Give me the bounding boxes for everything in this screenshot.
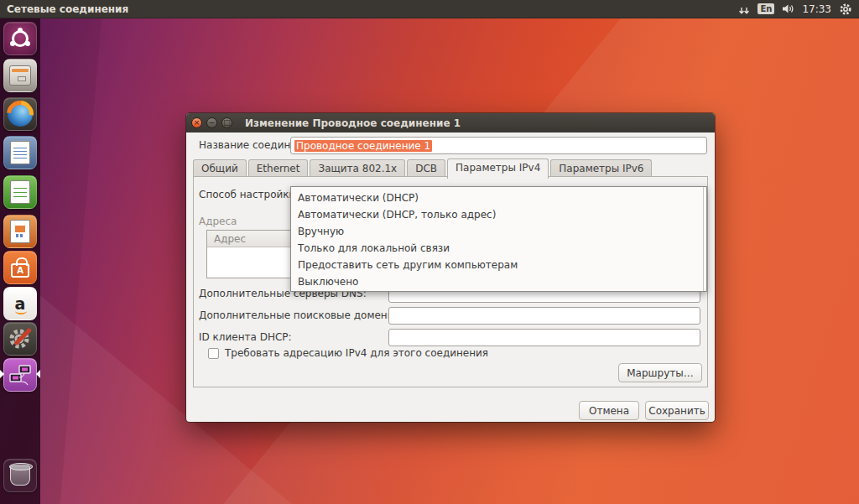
require-ipv4-label[interactable]: Требовать адресацию IPv4 для этого соеди… bbox=[225, 347, 488, 359]
dialog-titlebar[interactable]: × − □ Изменение Проводное соединение 1 bbox=[186, 113, 715, 132]
files-icon[interactable] bbox=[3, 59, 37, 92]
amazon-letter-icon: a bbox=[15, 296, 26, 311]
system-settings-icon[interactable] bbox=[3, 322, 37, 356]
software-center-icon[interactable]: A bbox=[3, 251, 37, 284]
firefox-icon[interactable] bbox=[3, 97, 37, 131]
routes-button[interactable]: Маршруты… bbox=[618, 363, 702, 382]
close-window-button[interactable]: × bbox=[191, 117, 202, 128]
addresses-label: Адреса bbox=[199, 216, 237, 227]
clock[interactable]: 17:33 bbox=[802, 3, 831, 15]
amazon-icon[interactable]: a bbox=[3, 287, 37, 320]
dash-icon[interactable] bbox=[3, 22, 37, 55]
trash-bin-icon bbox=[10, 465, 30, 486]
document-icon bbox=[10, 141, 30, 164]
firefox-globe-icon bbox=[8, 101, 33, 127]
ubuntu-logo-icon bbox=[12, 30, 29, 47]
dhcp-client-id-label: ID клиента DHCP: bbox=[199, 331, 292, 343]
method-dropdown-menu: Автоматически (DHCP) Автоматически (DHCP… bbox=[290, 186, 707, 292]
require-ipv4-checkbox[interactable] bbox=[208, 348, 219, 359]
method-label: Способ настройки: bbox=[199, 189, 299, 200]
libreoffice-impress-icon[interactable] bbox=[3, 215, 37, 248]
file-cabinet-icon bbox=[9, 65, 31, 86]
selected-text: Проводное соединение 1 bbox=[294, 140, 432, 152]
dialog-actions: Отмена Сохранить bbox=[579, 401, 709, 420]
save-button[interactable]: Сохранить bbox=[645, 401, 709, 420]
dropdown-option-auto-dhcp-addresses-only[interactable]: Автоматически (DHCP, только адрес) bbox=[291, 206, 706, 223]
connection-name-input[interactable]: Проводное соединение 1 bbox=[290, 137, 707, 154]
dropdown-option-disabled[interactable]: Выключено bbox=[291, 273, 706, 290]
trash-icon[interactable] bbox=[3, 459, 37, 492]
tab-ipv4-settings[interactable]: Параметры IPv4 bbox=[447, 158, 549, 179]
network-connections-icon[interactable] bbox=[3, 358, 37, 392]
active-window-title: Сетевые соединения bbox=[7, 3, 738, 15]
spreadsheet-icon bbox=[10, 180, 30, 204]
dropdown-option-auto-dhcp[interactable]: Автоматически (DHCP) bbox=[291, 190, 706, 206]
search-domains-label: Дополнительные поисковые домены: bbox=[199, 309, 398, 321]
dialog-title: Изменение Проводное соединение 1 bbox=[245, 117, 461, 129]
keyboard-layout-badge[interactable]: En bbox=[757, 3, 774, 14]
running-app-arrow bbox=[0, 370, 4, 378]
dhcp-client-id-input[interactable] bbox=[388, 329, 700, 346]
session-gear-icon[interactable] bbox=[839, 3, 852, 16]
network-arrows-icon[interactable] bbox=[738, 3, 750, 15]
require-ipv4-row: Требовать адресацию IPv4 для этого соеди… bbox=[208, 347, 488, 359]
presentation-icon bbox=[10, 220, 30, 243]
dropdown-option-link-local[interactable]: Только для локальной связи bbox=[291, 240, 706, 257]
volume-icon[interactable] bbox=[782, 3, 794, 14]
launcher: A a bbox=[0, 18, 40, 504]
maximize-window-button[interactable]: □ bbox=[221, 117, 232, 128]
minimize-window-button[interactable]: − bbox=[206, 117, 217, 128]
focused-app-arrow bbox=[36, 370, 40, 378]
search-domains-input[interactable] bbox=[388, 307, 700, 325]
libreoffice-calc-icon[interactable] bbox=[3, 175, 37, 209]
desktop: Сетевые соединения En 17:33 bbox=[0, 0, 859, 504]
libreoffice-writer-icon[interactable] bbox=[3, 136, 37, 169]
system-tray: En 17:33 bbox=[738, 3, 852, 16]
dropdown-option-shared[interactable]: Предоставить сеть другим компьютерам bbox=[291, 257, 706, 273]
gear-wrench-icon bbox=[8, 326, 33, 351]
edit-connection-dialog: × − □ Изменение Проводное соединение 1 Н… bbox=[186, 113, 715, 422]
two-monitors-icon bbox=[7, 361, 34, 388]
top-panel: Сетевые соединения En 17:33 bbox=[0, 0, 859, 18]
dropdown-option-manual[interactable]: Вручную bbox=[291, 223, 706, 240]
cancel-button[interactable]: Отмена bbox=[579, 401, 639, 420]
shopping-bag-icon: A bbox=[11, 263, 29, 278]
